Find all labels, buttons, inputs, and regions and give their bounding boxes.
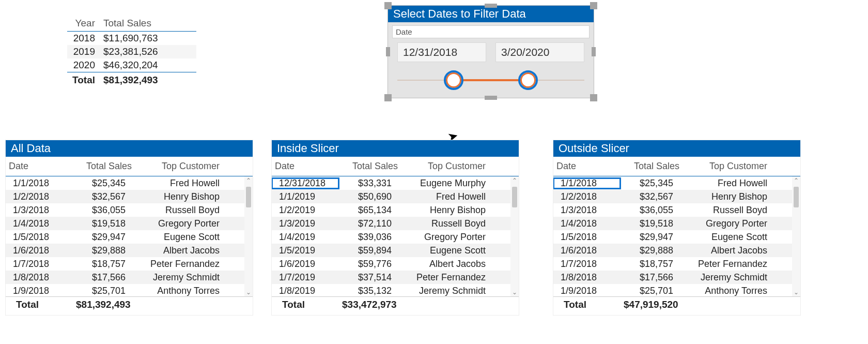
scroll-up-icon[interactable]: ⌃ xyxy=(792,176,800,185)
resize-handle-icon[interactable] xyxy=(590,2,597,9)
summary-header-total: Total Sales xyxy=(103,18,191,29)
table-row[interactable]: 1/6/2019$59,776Albert Jacobs xyxy=(272,257,519,271)
table-row[interactable]: 1/6/2018$29,888Albert Jacobs xyxy=(553,244,800,257)
table-header: Date Total Sales Top Customer xyxy=(6,157,253,176)
table-row[interactable]: 1/3/2019$72,110Russell Boyd xyxy=(272,217,519,230)
panel-title: All Data xyxy=(6,140,253,157)
summary-table: Year Total Sales 2018 $11,690,763 2019 $… xyxy=(67,16,196,88)
slider-handle-end[interactable] xyxy=(520,72,536,88)
resize-handle-icon[interactable] xyxy=(590,94,597,101)
highlighted-date-cell: 12/31/2018 xyxy=(272,178,339,189)
table-row[interactable]: 1/3/2018$36,055Russell Boyd xyxy=(6,203,253,217)
panel-title: Inside Slicer xyxy=(272,140,519,157)
inside-slicer-table[interactable]: Inside Slicer Date Total Sales Top Custo… xyxy=(271,140,519,316)
summary-total-row: Total $81,392,493 xyxy=(67,72,196,88)
resize-handle-icon[interactable] xyxy=(386,47,390,56)
table-row[interactable]: 1/2/2018$32,567Henry Bishop xyxy=(553,190,800,203)
scroll-down-icon[interactable]: ⌄ xyxy=(244,288,253,296)
resize-handle-icon[interactable] xyxy=(485,96,497,100)
table-row[interactable]: 1/5/2019$59,894Eugene Scott xyxy=(272,244,519,257)
table-row[interactable]: 1/8/2018$17,566Jeremy Schmidt xyxy=(553,271,800,284)
table-row[interactable]: 1/5/2018$29,947Eugene Scott xyxy=(553,230,800,244)
scroll-up-icon[interactable]: ⌃ xyxy=(244,176,253,185)
scroll-thumb[interactable] xyxy=(246,187,251,207)
table-row[interactable]: 1/2/2018$32,567Henry Bishop xyxy=(6,190,253,203)
scrollbar[interactable]: ⌃ ⌄ xyxy=(510,176,519,296)
resize-handle-icon[interactable] xyxy=(384,2,392,9)
summary-header-row: Year Total Sales xyxy=(67,16,196,32)
table-row[interactable]: 1/8/2019$35,132Jeremy Schmidt xyxy=(272,284,519,296)
highlighted-date-cell: 1/1/2018 xyxy=(553,178,621,189)
table-row[interactable]: 1/4/2018$19,518Gregory Porter xyxy=(6,217,253,230)
table-header: Date Total Sales Top Customer xyxy=(553,157,800,176)
table-row[interactable]: 1/7/2018$18,757Peter Fernandez xyxy=(553,257,800,271)
slicer-end-date-input[interactable]: 3/20/2020 xyxy=(495,42,584,62)
table-row[interactable]: 1/9/2018$25,701Anthony Torres xyxy=(6,284,253,296)
outside-slicer-table[interactable]: Outside Slicer Date Total Sales Top Cust… xyxy=(553,140,801,316)
date-slicer-visual[interactable]: Select Dates to Filter Data Date 12/31/2… xyxy=(388,5,594,98)
table-row[interactable]: 1/1/2019$50,690Fred Howell xyxy=(272,190,519,203)
slicer-slider[interactable] xyxy=(397,70,584,91)
table-row[interactable]: 1/4/2018$19,518Gregory Porter xyxy=(553,217,800,230)
scroll-thumb[interactable] xyxy=(512,187,517,207)
table-row[interactable]: 1/4/2019$39,036Gregory Porter xyxy=(272,230,519,244)
table-row[interactable]: 1/3/2018$36,055Russell Boyd xyxy=(553,203,800,217)
panel-title: Outside Slicer xyxy=(553,140,800,157)
slicer-field-label: Date xyxy=(392,25,590,38)
slicer-title: Select Dates to Filter Data xyxy=(388,6,594,22)
scroll-down-icon[interactable]: ⌄ xyxy=(510,288,519,296)
resize-handle-icon[interactable] xyxy=(592,47,596,56)
resize-handle-icon[interactable] xyxy=(384,94,392,101)
scroll-thumb[interactable] xyxy=(794,187,799,207)
table-row[interactable]: 1/2/2019$65,134Henry Bishop xyxy=(272,203,519,217)
scrollbar[interactable]: ⌃ ⌄ xyxy=(792,176,800,296)
slicer-start-date-input[interactable]: 12/31/2018 xyxy=(397,42,486,62)
resize-handle-icon[interactable] xyxy=(485,4,497,8)
table-header: Date Total Sales Top Customer xyxy=(272,157,519,176)
slider-handle-start[interactable] xyxy=(446,72,461,88)
summary-header-year: Year xyxy=(67,18,103,29)
table-total-row: Total $33,472,973 xyxy=(272,296,519,312)
table-row[interactable]: 1/1/2018$25,345Fred Howell xyxy=(6,176,253,190)
summary-row: 2020 $46,320,204 xyxy=(67,58,196,72)
table-row[interactable]: 1/8/2018$17,566Jeremy Schmidt xyxy=(6,271,253,284)
table-total-row: Total $81,392,493 xyxy=(6,296,253,312)
summary-row: 2019 $23,381,526 xyxy=(67,45,196,58)
scroll-up-icon[interactable]: ⌃ xyxy=(510,176,519,185)
scroll-down-icon[interactable]: ⌄ xyxy=(792,288,800,296)
summary-row: 2018 $11,690,763 xyxy=(67,32,196,45)
table-row[interactable]: 1/5/2018$29,947Eugene Scott xyxy=(6,230,253,244)
table-row[interactable]: 1/7/2018$18,757Peter Fernandez xyxy=(6,257,253,271)
table-row[interactable]: 1/9/2018$25,701Anthony Torres xyxy=(553,284,800,296)
table-total-row: Total $47,919,520 xyxy=(553,296,800,312)
scrollbar[interactable]: ⌃ ⌄ xyxy=(244,176,253,296)
table-row[interactable]: 12/31/2018$33,331Eugene Murphy xyxy=(272,176,519,190)
table-row[interactable]: 1/1/2018$25,345Fred Howell xyxy=(553,176,800,190)
table-row[interactable]: 1/7/2019$37,514Peter Fernandez xyxy=(272,271,519,284)
table-row[interactable]: 1/6/2018$29,888Albert Jacobs xyxy=(6,244,253,257)
all-data-table[interactable]: All Data Date Total Sales Top Customer 1… xyxy=(5,140,253,316)
